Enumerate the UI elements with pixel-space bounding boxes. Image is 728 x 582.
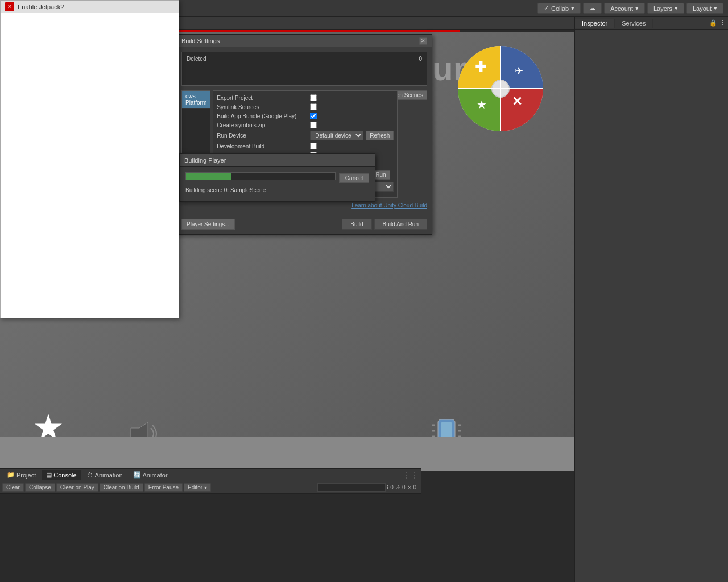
development-build-checkbox[interactable] bbox=[310, 143, 317, 149]
jetpack-close-button[interactable]: ✕ bbox=[5, 2, 14, 11]
error-count-badge: ✕ 0 bbox=[407, 484, 416, 490]
tab-animation[interactable]: ⏱ Animation bbox=[82, 471, 127, 480]
build-button[interactable]: Build bbox=[342, 219, 371, 230]
player-settings-button[interactable]: Player Settings... bbox=[181, 219, 235, 230]
run-device-select[interactable]: Default device bbox=[310, 131, 363, 140]
build-settings-titlebar: Build Settings ✕ bbox=[177, 35, 432, 47]
warning-icon: ⚠ bbox=[396, 484, 401, 490]
building-player-dialog: Building Player Cancel Building scene 0:… bbox=[179, 153, 375, 202]
scene-floor bbox=[0, 436, 574, 471]
progress-fill bbox=[186, 173, 231, 180]
create-symbols-checkbox[interactable] bbox=[310, 122, 317, 128]
wheel-container: ✚ ★ ✕ ✈ bbox=[455, 43, 546, 134]
console-counts: ℹ 0 ⚠ 0 ✕ 0 bbox=[387, 484, 419, 490]
building-status-text: Building scene 0: SampleScene bbox=[185, 187, 369, 193]
build-and-run-button[interactable]: Build And Run bbox=[374, 219, 427, 230]
tab-project[interactable]: 📁 Project bbox=[2, 470, 40, 480]
error-icon: ✕ bbox=[407, 484, 412, 490]
building-body: Cancel Building scene 0: SampleScene bbox=[180, 167, 375, 201]
chevron-down-icon: ▾ bbox=[571, 5, 574, 12]
cloud-build-link[interactable]: Learn about Unity Cloud Build bbox=[181, 202, 427, 209]
building-title-bar: Building Player bbox=[180, 154, 375, 167]
build-app-bundle-row: Build App Bundle (Google Play) bbox=[217, 113, 394, 119]
build-app-bundle-label: Build App Bundle (Google Play) bbox=[217, 113, 308, 119]
svg-text:✕: ✕ bbox=[512, 94, 522, 109]
collapse-button[interactable]: Collapse bbox=[25, 483, 55, 492]
warn-count-badge: ⚠ 0 bbox=[396, 484, 406, 490]
panel-tabs: Inspector Services 🔒 ⋮ bbox=[575, 17, 728, 30]
scenes-header-row: Deleted 0 bbox=[184, 55, 424, 63]
development-build-row: Development Build bbox=[217, 143, 394, 149]
export-project-label: Export Project bbox=[217, 95, 308, 101]
jetpack-title-text: Enable Jetpack? bbox=[18, 3, 64, 10]
animator-icon: 🔄 bbox=[133, 471, 141, 479]
create-symbols-row: Create symbols.zip bbox=[217, 122, 394, 128]
building-cancel-button[interactable]: Cancel bbox=[339, 173, 369, 183]
collab-button[interactable]: ✓ Collab ▾ bbox=[537, 3, 581, 14]
svg-text:★: ★ bbox=[477, 98, 487, 111]
tab-inspector[interactable]: Inspector bbox=[575, 19, 615, 28]
chevron-down-icon: ▾ bbox=[714, 5, 717, 12]
console-tabs: 📁 Project ▤ Console ⏱ Animation 🔄 Animat… bbox=[0, 469, 421, 481]
console-search-input[interactable] bbox=[317, 483, 386, 492]
jetpack-body bbox=[1, 13, 179, 318]
maximize-console-icon[interactable]: ⋮⋮ bbox=[403, 471, 419, 480]
lock-icon[interactable]: 🔒 bbox=[709, 19, 717, 27]
collab-icon: ✓ bbox=[544, 5, 549, 12]
deleted-value: 0 bbox=[419, 56, 422, 62]
svg-text:✈: ✈ bbox=[515, 65, 523, 77]
animation-icon: ⏱ bbox=[87, 472, 93, 479]
layers-button[interactable]: Layers ▾ bbox=[647, 3, 684, 14]
jetpack-title-bar: ✕ Enable Jetpack? bbox=[1, 1, 179, 13]
cloud-button[interactable]: ☁ bbox=[583, 3, 602, 14]
export-project-checkbox[interactable] bbox=[310, 94, 317, 101]
platform-item-android[interactable]: ows Platform bbox=[182, 91, 210, 109]
chevron-down-icon: ▾ bbox=[635, 5, 639, 12]
enable-jetpack-dialog: ✕ Enable Jetpack? bbox=[0, 0, 179, 318]
chevron-down-icon: ▾ bbox=[204, 484, 207, 490]
spin-wheel: ✚ ★ ✕ ✈ bbox=[455, 43, 546, 134]
clear-on-play-button[interactable]: Clear on Play bbox=[56, 483, 98, 492]
run-device-label: Run Device bbox=[217, 132, 308, 139]
build-progress-bar bbox=[185, 172, 336, 180]
build-dialog-footer: Player Settings... Build Build And Run bbox=[177, 217, 432, 234]
account-button[interactable]: Account ▾ bbox=[604, 3, 645, 14]
tab-animator[interactable]: 🔄 Animator bbox=[129, 470, 172, 480]
more-icon[interactable]: ⋮ bbox=[719, 19, 726, 27]
editor-dropdown-button[interactable]: Editor ▾ bbox=[184, 483, 211, 492]
tab-console[interactable]: ▤ Console bbox=[42, 470, 81, 480]
build-settings-title: Build Settings bbox=[181, 38, 220, 44]
info-count-badge: ℹ 0 bbox=[387, 484, 394, 490]
bottom-area: 📁 Project ▤ Console ⏱ Animation 🔄 Animat… bbox=[0, 468, 421, 582]
layout-button[interactable]: Layout ▾ bbox=[686, 3, 723, 14]
symlink-sources-checkbox[interactable] bbox=[310, 103, 317, 110]
deleted-label: Deleted bbox=[187, 56, 206, 62]
project-icon: 📁 bbox=[7, 471, 15, 479]
clear-on-build-button[interactable]: Clear on Build bbox=[100, 483, 143, 492]
symlink-sources-label: Symlink Sources bbox=[217, 104, 308, 110]
build-app-bundle-checkbox[interactable] bbox=[310, 113, 317, 119]
console-icon: ▤ bbox=[46, 471, 52, 479]
svg-text:✚: ✚ bbox=[475, 59, 486, 74]
build-settings-dialog: Build Settings ✕ Deleted 0 Add Open Scen… bbox=[176, 34, 432, 235]
error-pause-button[interactable]: Error Pause bbox=[144, 483, 183, 492]
build-dialog-close-button[interactable]: ✕ bbox=[419, 37, 427, 45]
symlink-sources-row: Symlink Sources bbox=[217, 103, 394, 110]
clear-button[interactable]: Clear bbox=[2, 483, 24, 492]
refresh-button[interactable]: Refresh bbox=[366, 131, 394, 140]
panel-tab-icons: 🔒 ⋮ bbox=[709, 19, 728, 27]
console-toolbar: Clear Collapse Clear on Play Clear on Bu… bbox=[0, 481, 421, 494]
development-build-label: Development Build bbox=[217, 143, 308, 149]
create-symbols-label: Create symbols.zip bbox=[217, 122, 308, 128]
scenes-section: Deleted 0 bbox=[181, 52, 427, 86]
right-panel: Inspector Services 🔒 ⋮ bbox=[574, 17, 728, 582]
chevron-down-icon: ▾ bbox=[675, 5, 678, 12]
building-title-text: Building Player bbox=[184, 157, 226, 164]
build-buttons: Build Build And Run bbox=[342, 219, 427, 230]
run-device-row: Run Device Default device Refresh bbox=[217, 131, 394, 140]
export-project-row: Export Project bbox=[217, 94, 394, 101]
cloud-icon: ☁ bbox=[589, 5, 595, 12]
console-content bbox=[0, 494, 421, 498]
tab-services[interactable]: Services bbox=[615, 19, 653, 28]
info-icon: ℹ bbox=[387, 484, 389, 490]
